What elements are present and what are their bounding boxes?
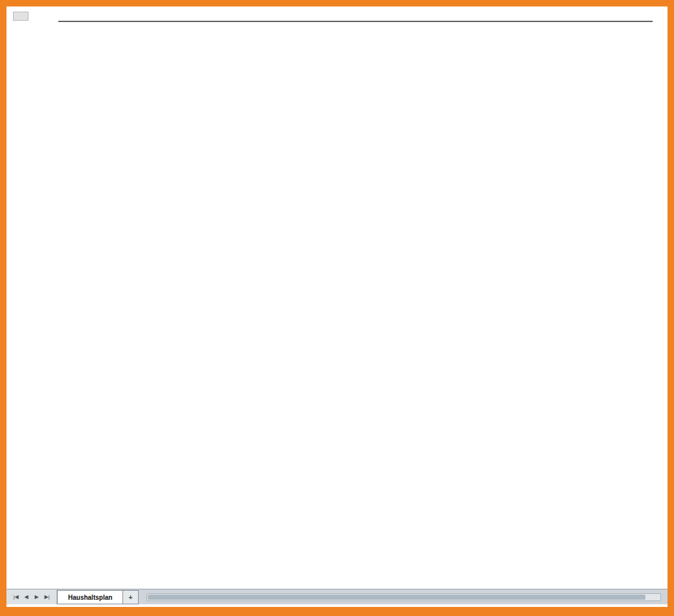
horizontal-scrollbar[interactable] (146, 593, 661, 601)
sheet-tab-bar: |◀ ◀ ▶ ▶| Haushaltsplan + (6, 589, 668, 604)
budget-table (58, 21, 653, 22)
last-sheet-icon[interactable]: ▶| (43, 594, 51, 600)
window-frame: |◀ ◀ ▶ ▶| Haushaltsplan + (0, 0, 674, 616)
add-sheet-tab[interactable]: + (123, 590, 138, 604)
scrollbar-thumb[interactable] (148, 595, 645, 600)
tab-navigation: |◀ ◀ ▶ ▶| (6, 589, 57, 604)
previous-sheet-icon[interactable]: ◀ (22, 594, 30, 600)
spreadsheet-area: |◀ ◀ ▶ ▶| Haushaltsplan + (6, 6, 668, 607)
sheet-tab-haushaltsplan[interactable]: Haushaltsplan (57, 590, 123, 604)
select-all-corner[interactable] (13, 12, 29, 21)
next-sheet-icon[interactable]: ▶ (32, 594, 41, 600)
first-sheet-icon[interactable]: |◀ (12, 594, 20, 600)
